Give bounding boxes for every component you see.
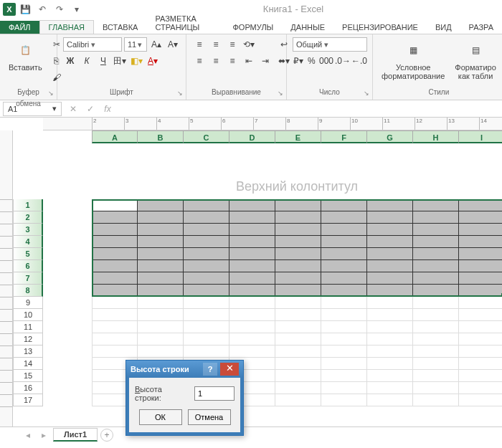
cell[interactable] — [367, 272, 413, 285]
cell[interactable] — [275, 211, 321, 224]
bold-button[interactable]: Ж — [63, 54, 77, 68]
accounting-button[interactable]: ₽▾ — [293, 54, 304, 68]
cell[interactable] — [367, 309, 413, 321]
tab-formulas[interactable]: ФОРМУЛЫ — [224, 21, 282, 34]
conditional-format-button[interactable]: ▦ Условное форматирование — [379, 37, 447, 82]
cell[interactable] — [184, 321, 229, 333]
cell[interactable] — [459, 358, 502, 370]
cell[interactable] — [413, 224, 459, 236]
cell[interactable] — [321, 199, 367, 211]
cell[interactable] — [138, 236, 184, 248]
cell[interactable] — [184, 236, 229, 248]
cell[interactable] — [459, 321, 502, 333]
cell[interactable] — [275, 309, 321, 321]
row-header-11[interactable]: 11 — [13, 321, 43, 333]
font-size-combo[interactable]: 11▾ — [124, 37, 147, 52]
cell[interactable] — [275, 382, 321, 394]
cell[interactable] — [92, 309, 138, 321]
cell[interactable] — [275, 272, 321, 285]
increase-indent-button[interactable]: ⇥ — [258, 54, 273, 68]
cell[interactable] — [459, 285, 502, 297]
row-header-7[interactable]: 7 — [13, 272, 43, 285]
cell[interactable] — [92, 199, 138, 211]
cell[interactable] — [367, 199, 413, 211]
cell[interactable] — [413, 248, 459, 260]
column-header-A[interactable]: A — [92, 130, 138, 143]
cell[interactable] — [413, 297, 459, 309]
cell[interactable] — [321, 345, 367, 358]
cell[interactable] — [459, 272, 502, 285]
cell[interactable] — [459, 382, 502, 394]
cell[interactable] — [321, 248, 367, 260]
cell[interactable] — [184, 260, 229, 272]
selected-range[interactable] — [92, 199, 502, 297]
cell[interactable] — [413, 358, 459, 370]
cell[interactable] — [138, 272, 184, 285]
cell[interactable] — [92, 345, 138, 358]
cell[interactable] — [229, 199, 275, 211]
cell[interactable] — [321, 309, 367, 321]
cell[interactable] — [229, 211, 275, 224]
tab-data[interactable]: ДАННЫЕ — [282, 21, 333, 34]
decrease-indent-button[interactable]: ⇤ — [242, 54, 256, 68]
cell[interactable] — [184, 297, 229, 309]
cell[interactable] — [367, 224, 413, 236]
cell[interactable] — [138, 297, 184, 309]
orientation-button[interactable]: ⟲▾ — [242, 37, 256, 52]
cell[interactable] — [459, 260, 502, 272]
align-top-button[interactable]: ≡ — [192, 37, 207, 52]
align-center-button[interactable]: ≡ — [209, 54, 223, 68]
row-header-17[interactable]: 17 — [13, 394, 43, 406]
dialog-titlebar[interactable]: Высота строки ? ✕ — [126, 361, 243, 378]
cell[interactable] — [184, 345, 229, 358]
cell[interactable] — [367, 260, 413, 272]
redo-button[interactable]: ↷ — [52, 1, 67, 17]
row-header-15[interactable]: 15 — [13, 370, 43, 382]
cell[interactable] — [459, 309, 502, 321]
sheet-nav-prev[interactable]: ◂ — [22, 430, 34, 440]
cell[interactable] — [367, 297, 413, 309]
cell[interactable] — [367, 394, 413, 406]
row-header-16[interactable]: 16 — [13, 382, 43, 394]
row-header-10[interactable]: 10 — [13, 309, 43, 321]
cell[interactable] — [275, 224, 321, 236]
cell[interactable] — [184, 211, 229, 224]
cell[interactable] — [367, 358, 413, 370]
row-header-8[interactable]: 8 — [13, 285, 43, 297]
tab-insert[interactable]: ВСТАВКА — [94, 21, 146, 34]
formula-input[interactable] — [116, 105, 502, 113]
vertical-ruler[interactable] — [0, 130, 13, 426]
cell[interactable] — [275, 199, 321, 211]
column-header-B[interactable]: B — [138, 130, 184, 143]
font-launcher[interactable]: ↘ — [176, 90, 184, 98]
row-header-6[interactable]: 6 — [13, 260, 43, 272]
cell[interactable] — [413, 382, 459, 394]
cell[interactable] — [229, 248, 275, 260]
cell[interactable] — [367, 285, 413, 297]
cell[interactable] — [321, 224, 367, 236]
undo-button[interactable]: ↶ — [34, 1, 50, 17]
cell[interactable] — [184, 309, 229, 321]
cell[interactable] — [92, 297, 138, 309]
cell[interactable] — [413, 236, 459, 248]
cell[interactable] — [138, 285, 184, 297]
sheet-grid[interactable]: ABCDEFGHI Верхний колонтитул — [43, 130, 502, 426]
row-header-1[interactable]: 1 — [13, 199, 43, 211]
row-header-4[interactable]: 4 — [13, 236, 43, 248]
decrease-decimal-button[interactable]: ←.0 — [352, 54, 366, 68]
row-header-2[interactable]: 2 — [13, 211, 43, 224]
cell[interactable] — [275, 370, 321, 382]
cell[interactable] — [184, 272, 229, 285]
cancel-formula-button[interactable]: ✕ — [65, 101, 82, 117]
cell[interactable] — [92, 248, 138, 260]
cell[interactable] — [138, 333, 184, 345]
page-header-placeholder[interactable]: Верхний колонтитул — [92, 173, 502, 199]
cell[interactable] — [413, 260, 459, 272]
cell[interactable] — [138, 309, 184, 321]
cell[interactable] — [275, 236, 321, 248]
cell[interactable] — [413, 345, 459, 358]
align-left-button[interactable]: ≡ — [192, 54, 207, 68]
percent-button[interactable]: % — [306, 54, 318, 68]
underline-button[interactable]: Ч — [96, 54, 110, 68]
cell[interactable] — [413, 309, 459, 321]
